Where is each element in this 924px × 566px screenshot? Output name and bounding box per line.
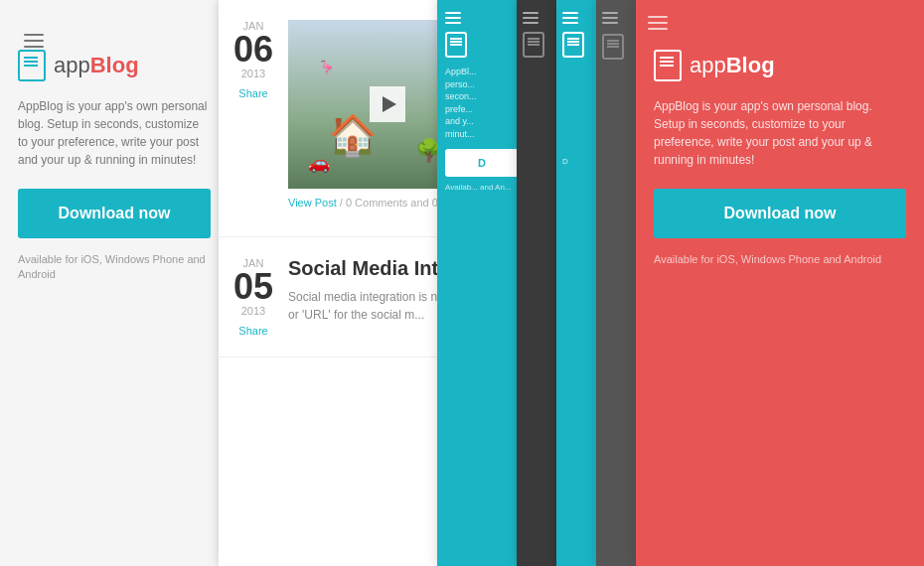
play-triangle-icon	[383, 96, 396, 112]
app-logo-1: appBlog	[18, 50, 211, 81]
teal-doc-icon	[445, 32, 467, 58]
teal-panel-content: AppBl...perso...secon...prefe...and y...…	[437, 0, 527, 204]
hamburger-dark[interactable]	[523, 12, 560, 24]
hamburger-teal2[interactable]	[562, 12, 600, 24]
dark2-doc-icon	[602, 34, 624, 60]
red-logo-app: app	[690, 53, 726, 77]
red-available-text: Available for iOS, Windows Phone and And…	[654, 252, 906, 267]
teal-download-btn[interactable]: D	[445, 149, 519, 177]
scene: appBlog AppBlog is your app's own person…	[0, 0, 924, 566]
car-icon: 🚗	[308, 152, 330, 174]
post2-day: 05	[233, 269, 273, 305]
panel-red-sidebar: appBlog AppBlog is your app's own person…	[636, 0, 924, 566]
teal-desc: AppBl...perso...secon...prefe...and y...…	[445, 66, 519, 141]
red-logo-blog: Blog	[726, 53, 775, 77]
available-text-1: Available for iOS, Windows Phone and And…	[18, 252, 211, 283]
post2-share[interactable]: Share	[233, 325, 273, 337]
bird-icon: 🦩	[318, 60, 335, 75]
panel-teal-sidebar: AppBl...perso...secon...prefe...and y...…	[437, 0, 527, 566]
download-button-1[interactable]: Download now	[18, 189, 211, 238]
logo-text-1: appBlog	[54, 53, 139, 78]
hamburger-red[interactable]	[648, 16, 668, 30]
sidebar-desc-1: AppBlog is your app's own personal blog.…	[18, 97, 211, 169]
blog-date-1: Jan 06 2013 Share	[219, 20, 288, 216]
red-sidebar-content: appBlog AppBlog is your app's own person…	[636, 0, 924, 287]
red-logo-text: appBlog	[690, 53, 775, 78]
blog-date-2: Jan 05 2013 Share	[219, 257, 288, 337]
play-button[interactable]	[370, 86, 405, 122]
panel-light-sidebar: appBlog AppBlog is your app's own person…	[0, 0, 229, 566]
logo-blog-part: Blog	[90, 53, 139, 77]
logo-app-part: app	[54, 53, 90, 77]
red-sidebar-desc: AppBlog is your app's own personal blog.…	[654, 97, 906, 169]
teal-available: Availab... and An...	[445, 183, 519, 192]
dark-doc-icon	[523, 32, 544, 58]
download-button-red[interactable]: Download now	[654, 189, 906, 238]
red-logo-icon	[654, 50, 682, 81]
red-app-logo: appBlog	[654, 50, 906, 81]
post1-day: 06	[233, 32, 273, 68]
teal2-download-label: D	[562, 157, 600, 166]
post1-share[interactable]: Share	[233, 87, 273, 99]
hamburger-dark2[interactable]	[602, 12, 640, 24]
view-post-link[interactable]: View Post	[288, 197, 337, 209]
hamburger-teal[interactable]	[445, 12, 519, 24]
logo-icon-1	[18, 50, 46, 81]
teal2-doc-icon	[562, 32, 584, 58]
